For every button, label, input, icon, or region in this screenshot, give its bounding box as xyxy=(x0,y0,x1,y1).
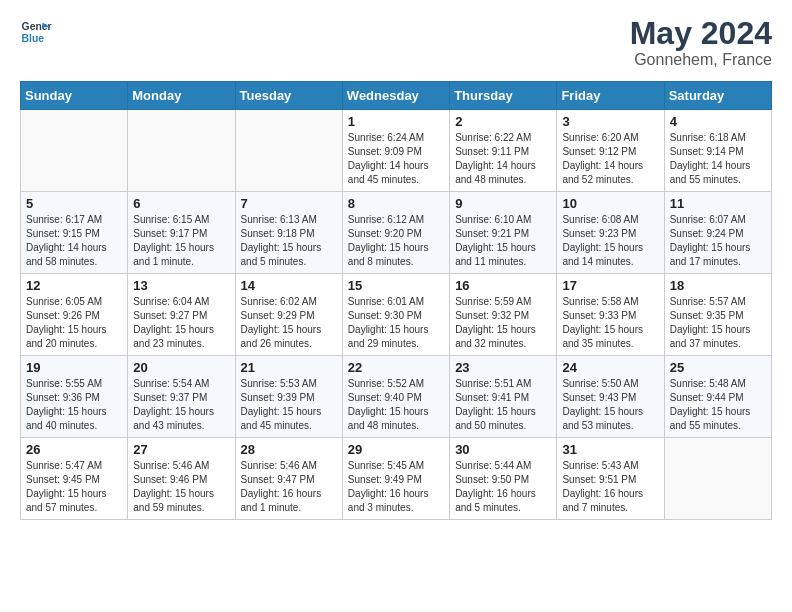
day-number: 7 xyxy=(241,196,337,211)
calendar-week-2: 12Sunrise: 6:05 AMSunset: 9:26 PMDayligh… xyxy=(21,274,772,356)
cell-info: Sunrise: 5:58 AMSunset: 9:33 PMDaylight:… xyxy=(562,295,658,351)
cell-info: Sunrise: 6:17 AMSunset: 9:15 PMDaylight:… xyxy=(26,213,122,269)
calendar-cell: 15Sunrise: 6:01 AMSunset: 9:30 PMDayligh… xyxy=(342,274,449,356)
logo: General Blue xyxy=(20,16,52,48)
day-number: 5 xyxy=(26,196,122,211)
day-number: 10 xyxy=(562,196,658,211)
calendar-week-3: 19Sunrise: 5:55 AMSunset: 9:36 PMDayligh… xyxy=(21,356,772,438)
day-number: 15 xyxy=(348,278,444,293)
day-number: 14 xyxy=(241,278,337,293)
calendar-cell: 9Sunrise: 6:10 AMSunset: 9:21 PMDaylight… xyxy=(450,192,557,274)
calendar-cell: 17Sunrise: 5:58 AMSunset: 9:33 PMDayligh… xyxy=(557,274,664,356)
cell-info: Sunrise: 6:07 AMSunset: 9:24 PMDaylight:… xyxy=(670,213,766,269)
calendar-cell: 27Sunrise: 5:46 AMSunset: 9:46 PMDayligh… xyxy=(128,438,235,520)
day-number: 13 xyxy=(133,278,229,293)
day-number: 29 xyxy=(348,442,444,457)
calendar-cell: 29Sunrise: 5:45 AMSunset: 9:49 PMDayligh… xyxy=(342,438,449,520)
calendar-cell: 19Sunrise: 5:55 AMSunset: 9:36 PMDayligh… xyxy=(21,356,128,438)
day-number: 3 xyxy=(562,114,658,129)
day-number: 23 xyxy=(455,360,551,375)
cell-info: Sunrise: 6:18 AMSunset: 9:14 PMDaylight:… xyxy=(670,131,766,187)
cell-info: Sunrise: 5:46 AMSunset: 9:47 PMDaylight:… xyxy=(241,459,337,515)
day-number: 28 xyxy=(241,442,337,457)
header-tuesday: Tuesday xyxy=(235,82,342,110)
calendar-cell: 21Sunrise: 5:53 AMSunset: 9:39 PMDayligh… xyxy=(235,356,342,438)
calendar-week-4: 26Sunrise: 5:47 AMSunset: 9:45 PMDayligh… xyxy=(21,438,772,520)
calendar-cell: 6Sunrise: 6:15 AMSunset: 9:17 PMDaylight… xyxy=(128,192,235,274)
calendar-cell xyxy=(128,110,235,192)
calendar-cell: 7Sunrise: 6:13 AMSunset: 9:18 PMDaylight… xyxy=(235,192,342,274)
cell-info: Sunrise: 5:46 AMSunset: 9:46 PMDaylight:… xyxy=(133,459,229,515)
calendar-cell: 11Sunrise: 6:07 AMSunset: 9:24 PMDayligh… xyxy=(664,192,771,274)
day-number: 27 xyxy=(133,442,229,457)
day-number: 9 xyxy=(455,196,551,211)
header: General Blue May 2024 Gonnehem, France xyxy=(20,16,772,69)
month-title: May 2024 xyxy=(630,16,772,51)
cell-info: Sunrise: 5:54 AMSunset: 9:37 PMDaylight:… xyxy=(133,377,229,433)
calendar-cell: 3Sunrise: 6:20 AMSunset: 9:12 PMDaylight… xyxy=(557,110,664,192)
cell-info: Sunrise: 5:47 AMSunset: 9:45 PMDaylight:… xyxy=(26,459,122,515)
calendar-cell: 16Sunrise: 5:59 AMSunset: 9:32 PMDayligh… xyxy=(450,274,557,356)
calendar-cell: 8Sunrise: 6:12 AMSunset: 9:20 PMDaylight… xyxy=(342,192,449,274)
day-number: 20 xyxy=(133,360,229,375)
calendar-cell: 20Sunrise: 5:54 AMSunset: 9:37 PMDayligh… xyxy=(128,356,235,438)
calendar-cell: 24Sunrise: 5:50 AMSunset: 9:43 PMDayligh… xyxy=(557,356,664,438)
header-saturday: Saturday xyxy=(664,82,771,110)
cell-info: Sunrise: 5:45 AMSunset: 9:49 PMDaylight:… xyxy=(348,459,444,515)
svg-text:Blue: Blue xyxy=(22,33,45,44)
calendar-cell: 26Sunrise: 5:47 AMSunset: 9:45 PMDayligh… xyxy=(21,438,128,520)
calendar-table: Sunday Monday Tuesday Wednesday Thursday… xyxy=(20,81,772,520)
cell-info: Sunrise: 5:55 AMSunset: 9:36 PMDaylight:… xyxy=(26,377,122,433)
calendar-page: General Blue May 2024 Gonnehem, France S… xyxy=(0,0,792,612)
cell-info: Sunrise: 6:10 AMSunset: 9:21 PMDaylight:… xyxy=(455,213,551,269)
cell-info: Sunrise: 5:57 AMSunset: 9:35 PMDaylight:… xyxy=(670,295,766,351)
calendar-cell xyxy=(664,438,771,520)
day-number: 11 xyxy=(670,196,766,211)
cell-info: Sunrise: 5:43 AMSunset: 9:51 PMDaylight:… xyxy=(562,459,658,515)
calendar-cell: 10Sunrise: 6:08 AMSunset: 9:23 PMDayligh… xyxy=(557,192,664,274)
header-wednesday: Wednesday xyxy=(342,82,449,110)
cell-info: Sunrise: 6:04 AMSunset: 9:27 PMDaylight:… xyxy=(133,295,229,351)
day-number: 17 xyxy=(562,278,658,293)
cell-info: Sunrise: 6:08 AMSunset: 9:23 PMDaylight:… xyxy=(562,213,658,269)
day-number: 8 xyxy=(348,196,444,211)
calendar-week-0: 1Sunrise: 6:24 AMSunset: 9:09 PMDaylight… xyxy=(21,110,772,192)
calendar-cell: 25Sunrise: 5:48 AMSunset: 9:44 PMDayligh… xyxy=(664,356,771,438)
calendar-cell xyxy=(235,110,342,192)
cell-info: Sunrise: 6:02 AMSunset: 9:29 PMDaylight:… xyxy=(241,295,337,351)
calendar-cell: 28Sunrise: 5:46 AMSunset: 9:47 PMDayligh… xyxy=(235,438,342,520)
cell-info: Sunrise: 6:01 AMSunset: 9:30 PMDaylight:… xyxy=(348,295,444,351)
day-number: 16 xyxy=(455,278,551,293)
header-thursday: Thursday xyxy=(450,82,557,110)
day-number: 18 xyxy=(670,278,766,293)
header-row: Sunday Monday Tuesday Wednesday Thursday… xyxy=(21,82,772,110)
day-number: 24 xyxy=(562,360,658,375)
cell-info: Sunrise: 6:13 AMSunset: 9:18 PMDaylight:… xyxy=(241,213,337,269)
day-number: 21 xyxy=(241,360,337,375)
cell-info: Sunrise: 6:20 AMSunset: 9:12 PMDaylight:… xyxy=(562,131,658,187)
day-number: 1 xyxy=(348,114,444,129)
day-number: 25 xyxy=(670,360,766,375)
location-title: Gonnehem, France xyxy=(630,51,772,69)
header-friday: Friday xyxy=(557,82,664,110)
calendar-cell: 4Sunrise: 6:18 AMSunset: 9:14 PMDaylight… xyxy=(664,110,771,192)
day-number: 31 xyxy=(562,442,658,457)
cell-info: Sunrise: 6:15 AMSunset: 9:17 PMDaylight:… xyxy=(133,213,229,269)
calendar-cell: 5Sunrise: 6:17 AMSunset: 9:15 PMDaylight… xyxy=(21,192,128,274)
cell-info: Sunrise: 5:44 AMSunset: 9:50 PMDaylight:… xyxy=(455,459,551,515)
cell-info: Sunrise: 5:59 AMSunset: 9:32 PMDaylight:… xyxy=(455,295,551,351)
day-number: 22 xyxy=(348,360,444,375)
cell-info: Sunrise: 5:51 AMSunset: 9:41 PMDaylight:… xyxy=(455,377,551,433)
day-number: 19 xyxy=(26,360,122,375)
calendar-cell xyxy=(21,110,128,192)
day-number: 4 xyxy=(670,114,766,129)
cell-info: Sunrise: 5:52 AMSunset: 9:40 PMDaylight:… xyxy=(348,377,444,433)
cell-info: Sunrise: 6:22 AMSunset: 9:11 PMDaylight:… xyxy=(455,131,551,187)
cell-info: Sunrise: 5:48 AMSunset: 9:44 PMDaylight:… xyxy=(670,377,766,433)
header-sunday: Sunday xyxy=(21,82,128,110)
calendar-cell: 31Sunrise: 5:43 AMSunset: 9:51 PMDayligh… xyxy=(557,438,664,520)
day-number: 2 xyxy=(455,114,551,129)
calendar-cell: 18Sunrise: 5:57 AMSunset: 9:35 PMDayligh… xyxy=(664,274,771,356)
calendar-cell: 23Sunrise: 5:51 AMSunset: 9:41 PMDayligh… xyxy=(450,356,557,438)
calendar-cell: 22Sunrise: 5:52 AMSunset: 9:40 PMDayligh… xyxy=(342,356,449,438)
